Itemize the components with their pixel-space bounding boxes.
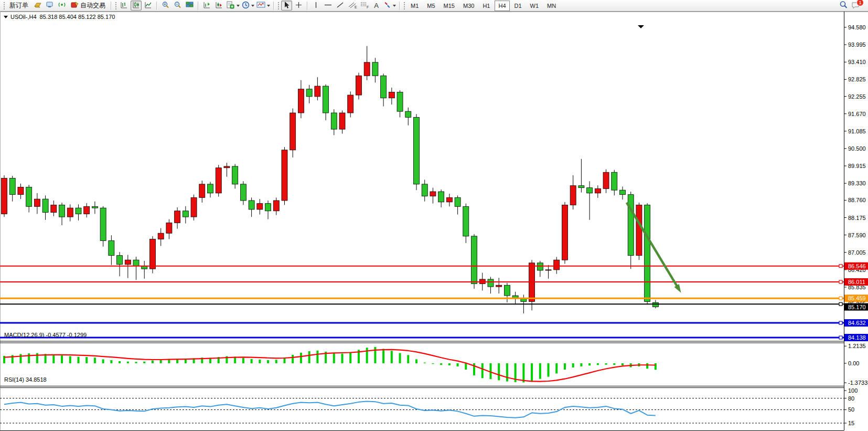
line-handle[interactable] [839, 265, 842, 268]
horizontal-line-tool-button[interactable] [323, 1, 334, 10]
timeframe-m1[interactable]: M1 [407, 1, 422, 11]
indicator-window-button[interactable] [201, 1, 212, 10]
candle [166, 223, 172, 233]
candle [9, 178, 15, 195]
signal-icon [58, 1, 66, 10]
candle [389, 92, 394, 98]
new-order-label: 新订单 [9, 1, 28, 10]
candle [92, 206, 98, 208]
search-button[interactable] [838, 1, 849, 10]
alerts-button[interactable]: 1 [850, 1, 861, 10]
timeframe-m5[interactable]: M5 [423, 1, 438, 11]
macd-histogram-bar [613, 363, 615, 365]
price-badge-label: 85.170 [848, 304, 866, 310]
fibonacci-tool-button[interactable]: F [359, 1, 370, 10]
macd-histogram-bar [457, 363, 459, 366]
vertical-line-tool-button[interactable] [310, 1, 322, 10]
rsi-indicator-label: RSI(14) 34.8518 [4, 376, 47, 383]
add-indicator-button[interactable] [226, 1, 240, 10]
autotrade-button[interactable]: 自动交易 [68, 1, 108, 10]
new-order-button[interactable]: 新订单 [7, 1, 31, 10]
crosshair-tool-button[interactable] [293, 1, 304, 10]
indicator-chart-button[interactable] [213, 1, 224, 10]
macd-histogram-bar [539, 363, 541, 379]
candle [76, 208, 81, 214]
signals-button[interactable] [56, 1, 67, 10]
line-chart-type-button[interactable] [143, 1, 154, 10]
rsi-tick-label: 15 [848, 420, 854, 426]
macd-histogram-bar [481, 363, 484, 378]
timeframe-h1[interactable]: H1 [479, 1, 494, 11]
macd-histogram-bar [242, 358, 244, 363]
macd-histogram-bar [555, 363, 558, 373]
macd-histogram-bar [448, 363, 451, 365]
candle [282, 150, 287, 201]
macd-histogram-bar [316, 351, 318, 363]
price-tick-label: 89.915 [848, 163, 866, 169]
candle-chart-type-button[interactable] [131, 1, 142, 10]
candle [183, 211, 188, 217]
macd-histogram-bar [341, 354, 344, 363]
timeframe-mn[interactable]: MN [543, 1, 560, 11]
candle [603, 172, 609, 188]
arrows-tool-button[interactable] [383, 1, 397, 10]
macd-histogram-bar [251, 359, 253, 363]
toolbar-separator [307, 2, 308, 10]
zoom-out-button[interactable] [172, 1, 183, 10]
toolbar-grip[interactable] [277, 2, 280, 10]
macd-tick-label: -1.3733 [848, 380, 867, 386]
macd-histogram-bar [399, 353, 401, 363]
macd-histogram-bar [655, 363, 657, 370]
candle [554, 260, 560, 270]
line-handle[interactable] [839, 302, 842, 306]
candle [570, 186, 576, 205]
macd-histogram-bar [275, 360, 277, 363]
chart-profile-button[interactable] [32, 1, 43, 10]
channel-icon: E [348, 1, 357, 10]
cursor-icon [283, 1, 290, 10]
line-handle[interactable] [839, 321, 842, 324]
toolbar-grip[interactable] [115, 2, 117, 10]
line-handle[interactable] [839, 280, 842, 283]
text-tool-button[interactable]: A [371, 1, 382, 10]
timeframe-h4[interactable]: H4 [495, 1, 509, 11]
line-handle[interactable] [839, 297, 842, 300]
candle [545, 270, 551, 270]
tile-windows-button[interactable] [184, 1, 195, 10]
templates-button[interactable] [256, 1, 271, 10]
toolbar-grip[interactable] [3, 2, 5, 10]
timeframe-w1[interactable]: W1 [527, 1, 543, 11]
cursor-tool-button[interactable] [281, 1, 292, 10]
price-tick-label: 91.085 [848, 128, 866, 134]
candle [51, 205, 57, 212]
toolbar-grip[interactable] [403, 2, 405, 10]
chart-menu-icon[interactable] [4, 16, 8, 18]
macd-histogram-bar [506, 363, 508, 382]
candle [446, 197, 452, 202]
trendline-tool-button[interactable] [335, 1, 346, 10]
candle [59, 205, 65, 217]
candle [26, 187, 32, 207]
macd-histogram-bar [498, 363, 500, 380]
terminal-button[interactable] [44, 1, 55, 10]
price-badge-label: 86.011 [848, 279, 865, 285]
equidistant-channel-tool-button[interactable]: E [347, 1, 358, 10]
macd-histogram-bar [292, 355, 294, 363]
timeframe-m30[interactable]: M30 [459, 1, 478, 11]
timeframe-d1[interactable]: D1 [511, 1, 526, 11]
candle [471, 236, 477, 284]
timeframe-m15[interactable]: M15 [440, 1, 458, 11]
chart-canvas[interactable]: 94.58093.99593.41092.82592.25591.67091.0… [0, 12, 868, 431]
candle [42, 199, 48, 212]
candle [149, 239, 155, 269]
candle [422, 184, 427, 196]
macd-histogram-bar [424, 363, 426, 363]
zoom-in-button[interactable] [160, 1, 171, 10]
price-tick-label: 90.500 [848, 145, 866, 152]
line-handle[interactable] [839, 336, 842, 339]
bar-chart-type-button[interactable] [119, 1, 130, 10]
rsi-tick-label: 50 [848, 406, 854, 413]
candle [463, 206, 469, 236]
toolbar-separator [273, 2, 274, 10]
periods-button[interactable] [241, 1, 255, 10]
